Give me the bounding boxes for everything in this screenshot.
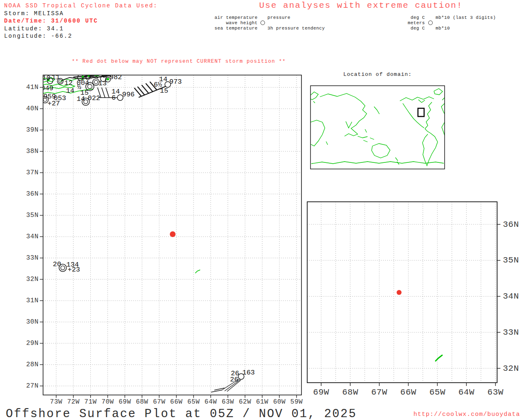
- main-map-x-label: 65W: [187, 398, 200, 406]
- main-map-y-label: 41N: [26, 84, 39, 91]
- main-map-x-label: 60W: [273, 398, 285, 406]
- zoom-map-x-label: 66W: [400, 388, 416, 397]
- station-value: +23: [68, 266, 80, 274]
- main-map-y-label: 34N: [26, 233, 39, 240]
- zoom-map-y-label: 36N: [503, 220, 519, 229]
- main-map-y-label: 36N: [26, 190, 39, 198]
- main-map-x-label: 69W: [119, 398, 131, 406]
- station-value: 6: [112, 94, 116, 102]
- main-map-y-label: 33N: [26, 254, 39, 262]
- wind-barb: [106, 88, 109, 98]
- main-map-y-label: 31N: [26, 297, 39, 304]
- station-value: 14: [66, 87, 74, 95]
- station-value: +27: [48, 100, 60, 107]
- station-value: 12: [64, 79, 73, 87]
- main-map-y-label: 28N: [26, 361, 39, 368]
- main-map-y-label: 27N: [26, 382, 39, 390]
- station-value: 26: [230, 376, 238, 383]
- station-value: 973: [169, 78, 182, 86]
- station-value: 15: [160, 87, 168, 95]
- domain-location-box: [418, 108, 424, 116]
- wind-barb: [211, 390, 222, 392]
- zoom-map-x-label: 69W: [313, 388, 329, 397]
- zoom-map-y-label: 35N: [503, 256, 519, 265]
- main-map-x-label: 66W: [170, 398, 183, 406]
- main-map-x-label: 70W: [101, 398, 114, 406]
- zoom-map-x-label: 68W: [342, 388, 358, 397]
- main-map-y-label: 35N: [26, 212, 39, 219]
- wind-barb: [142, 85, 148, 93]
- station-value: 996: [122, 91, 135, 98]
- main-map-y-label: 39N: [26, 126, 39, 134]
- zoom-map-y-label: 33N: [503, 328, 519, 337]
- station-value: 163: [242, 369, 255, 377]
- main-map-y-label: 29N: [26, 340, 39, 347]
- zoom-map-y-label: 34N: [503, 292, 519, 301]
- station-value: 982: [110, 73, 122, 81]
- main-map-y-label: 30N: [26, 318, 39, 326]
- main-map-x-label: 62W: [239, 398, 251, 406]
- main-map-y-label: 37N: [26, 169, 39, 176]
- wind-barb: [215, 388, 224, 390]
- main-map-x-label: 59W: [290, 398, 303, 406]
- station-value: 20: [53, 260, 61, 268]
- station-inner-circle: [94, 80, 98, 84]
- zoom-storm-position-dot: [397, 290, 402, 295]
- zoom-map-x-label: 67W: [371, 388, 387, 397]
- plot-title: Offshore Surface Plot at 05Z / NOV 01, 2…: [6, 407, 357, 420]
- zoom-map-x-label: 64W: [459, 388, 475, 397]
- station-inner-circle: [61, 266, 65, 270]
- zoom-map-x-label: 65W: [429, 388, 445, 397]
- station-value: 14: [77, 95, 85, 103]
- station-value: 022: [88, 94, 100, 102]
- main-map-x-label: 64W: [205, 398, 217, 406]
- wind-barb: [146, 84, 153, 91]
- zoom-map-gridlines: [307, 202, 497, 383]
- station-value: 11: [52, 73, 60, 81]
- source-url: http://coolwx.com/buoydata: [413, 411, 520, 418]
- zoom-map-x-label: 63W: [487, 388, 503, 397]
- main-map-x-label: 71W: [84, 398, 97, 406]
- main-map-x-label: 61W: [256, 398, 268, 406]
- main-map-x-label: 63W: [221, 398, 234, 406]
- surface-plot-canvas: 73W72W71W70W69W68W67W66W65W64W63W62W61W6…: [0, 0, 525, 420]
- zoom-map-bermuda-coast: [436, 355, 442, 361]
- main-map-x-label: 72W: [67, 398, 80, 406]
- main-map-x-label: 73W: [50, 398, 62, 406]
- station-plots: 10119821200413½151414022146996146½973150…: [41, 73, 255, 393]
- main-map-y-label: 40N: [26, 105, 39, 112]
- storm-position-dot: [170, 231, 176, 237]
- main-map-x-label: 67W: [153, 398, 165, 406]
- green-station-dot: [82, 76, 84, 78]
- world-map-coastline: [310, 89, 445, 166]
- offshore-surface-plot-page: NOAA SSD Tropical Cyclone Data Used: Sto…: [0, 0, 525, 420]
- green-station-dot: [107, 78, 109, 80]
- wind-barb: [102, 88, 105, 98]
- main-map-x-label: 68W: [136, 398, 148, 406]
- station-value: 13: [98, 80, 107, 87]
- main-map-y-label: 38N: [26, 148, 39, 155]
- main-map-y-label: 32N: [26, 276, 39, 283]
- zoom-map-y-label: 32N: [503, 364, 519, 373]
